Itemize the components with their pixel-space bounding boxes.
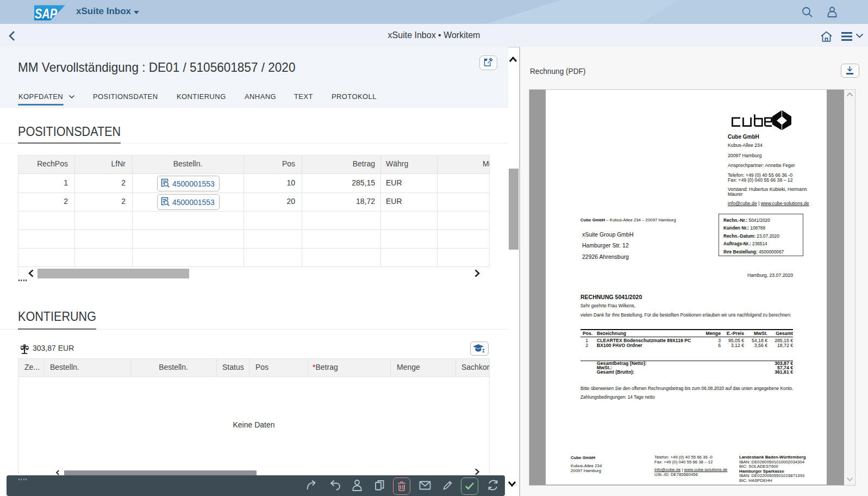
svg-text:SAP: SAP — [35, 6, 57, 21]
